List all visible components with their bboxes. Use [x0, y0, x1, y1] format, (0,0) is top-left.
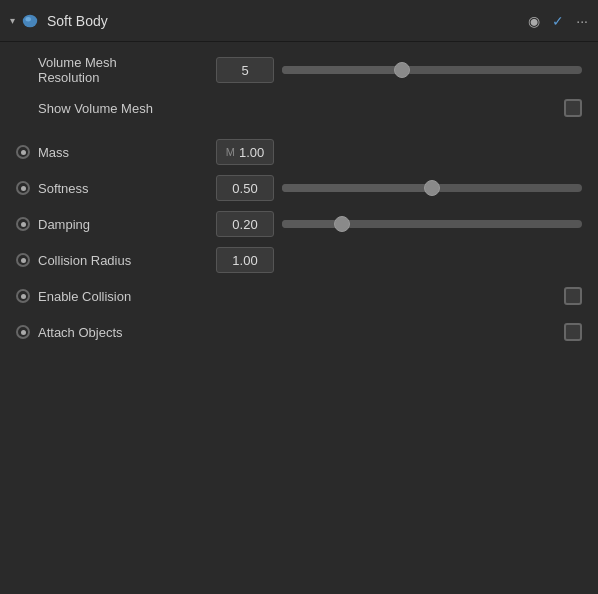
- softness-label: Softness: [38, 181, 89, 196]
- damping-value[interactable]: 0.20: [216, 211, 274, 237]
- header-actions: ◉ ✓ ···: [528, 13, 588, 29]
- damping-label: Damping: [38, 217, 90, 232]
- softness-value[interactable]: 0.50: [216, 175, 274, 201]
- mass-value[interactable]: M 1.00: [216, 139, 274, 165]
- control-enable-collision: [216, 287, 582, 305]
- label-collision-radius: Collision Radius: [16, 253, 216, 268]
- enable-collision-label: Enable Collision: [38, 289, 131, 304]
- row-collision-radius: Collision Radius 1.00: [0, 242, 598, 278]
- check-button[interactable]: ✓: [552, 13, 564, 29]
- softness-radio[interactable]: [16, 181, 30, 195]
- more-button[interactable]: ···: [576, 13, 588, 29]
- label-attach-objects: Attach Objects: [16, 325, 216, 340]
- panel-title: Soft Body: [47, 13, 528, 29]
- damping-radio[interactable]: [16, 217, 30, 231]
- control-mass: M 1.00: [216, 139, 582, 165]
- collision-radius-label: Collision Radius: [38, 253, 131, 268]
- control-show-volume-mesh: [216, 99, 582, 117]
- softness-slider[interactable]: [282, 184, 582, 192]
- enable-collision-checkbox[interactable]: [564, 287, 582, 305]
- mass-radio[interactable]: [16, 145, 30, 159]
- control-collision-radius: 1.00: [216, 247, 582, 273]
- panel-header: ▾ Soft Body ◉ ✓ ···: [0, 0, 598, 42]
- row-enable-collision: Enable Collision: [0, 278, 598, 314]
- label-enable-collision: Enable Collision: [16, 289, 216, 304]
- collision-radius-radio[interactable]: [16, 253, 30, 267]
- soft-body-icon: [21, 12, 39, 30]
- attach-objects-checkbox[interactable]: [564, 323, 582, 341]
- volume-mesh-resolution-label: Volume MeshResolution: [38, 55, 117, 85]
- attach-objects-radio[interactable]: [16, 325, 30, 339]
- control-damping: 0.20: [216, 211, 582, 237]
- attach-objects-label: Attach Objects: [38, 325, 123, 340]
- soft-body-panel: ▾ Soft Body ◉ ✓ ··· Volume MeshResolutio…: [0, 0, 598, 594]
- damping-slider[interactable]: [282, 220, 582, 228]
- collision-radius-value[interactable]: 1.00: [216, 247, 274, 273]
- svg-point-0: [23, 14, 37, 27]
- control-attach-objects: [216, 323, 582, 341]
- mass-label: Mass: [38, 145, 69, 160]
- volume-mesh-resolution-slider[interactable]: [282, 66, 582, 74]
- mass-number: 1.00: [239, 145, 264, 160]
- row-volume-mesh-resolution: Volume MeshResolution 5: [0, 50, 598, 90]
- panel-body: Volume MeshResolution 5 Show Volume Mesh: [0, 42, 598, 358]
- row-softness: Softness 0.50: [0, 170, 598, 206]
- mass-prefix: M: [226, 146, 235, 158]
- volume-mesh-resolution-value[interactable]: 5: [216, 57, 274, 83]
- svg-point-1: [26, 16, 31, 21]
- row-mass: Mass M 1.00: [0, 134, 598, 170]
- show-volume-mesh-label: Show Volume Mesh: [38, 101, 153, 116]
- collapse-button[interactable]: ▾: [10, 15, 15, 26]
- label-damping: Damping: [16, 217, 216, 232]
- dot-button[interactable]: ◉: [528, 13, 540, 29]
- label-mass: Mass: [16, 145, 216, 160]
- label-softness: Softness: [16, 181, 216, 196]
- row-show-volume-mesh: Show Volume Mesh: [0, 90, 598, 126]
- control-volume-mesh-resolution: 5: [216, 57, 582, 83]
- label-show-volume-mesh: Show Volume Mesh: [16, 101, 216, 116]
- enable-collision-radio[interactable]: [16, 289, 30, 303]
- show-volume-mesh-checkbox[interactable]: [564, 99, 582, 117]
- label-volume-mesh-resolution: Volume MeshResolution: [16, 55, 216, 85]
- row-attach-objects: Attach Objects: [0, 314, 598, 350]
- row-damping: Damping 0.20: [0, 206, 598, 242]
- control-softness: 0.50: [216, 175, 582, 201]
